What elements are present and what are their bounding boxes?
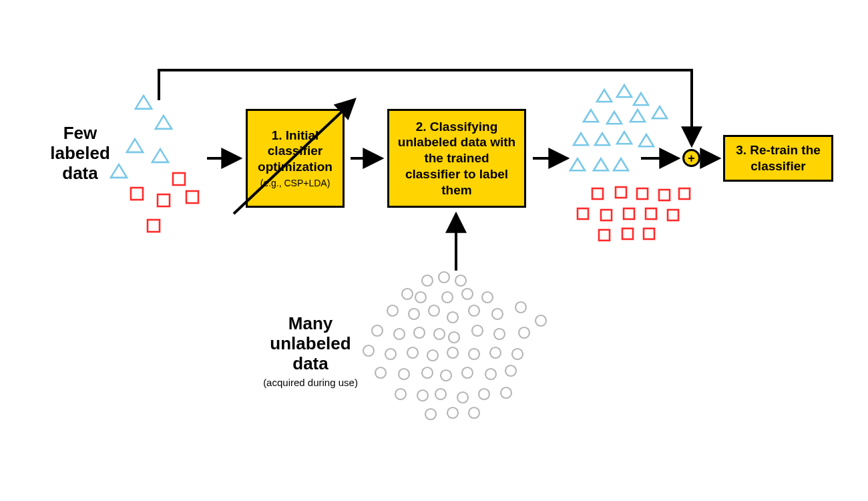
circle-icon [422, 367, 433, 378]
plus-node: + [682, 149, 700, 167]
square-icon [592, 188, 603, 199]
label-many-unlabeled-data: Many unlabeled data (acquired during use… [254, 314, 367, 388]
triangle-icon [614, 158, 628, 170]
diagram-stage: Few labeled data 1. Initial classifier o… [0, 0, 868, 501]
label-few-line2: labeled [50, 143, 110, 163]
box-retrain-classifier: 3. Re-train the classifier [723, 135, 833, 182]
square-icon [131, 188, 143, 200]
box1-title: 1. Initial classifier optimization [254, 128, 336, 175]
circle-icon [394, 329, 405, 339]
box3-title: 3. Re-train the classifier [732, 142, 825, 174]
square-icon [659, 190, 670, 200]
circle-icon [469, 305, 479, 316]
triangle-icon [584, 110, 598, 122]
triangle-icon [639, 134, 654, 146]
circle-icon [387, 305, 398, 316]
triangle-icon [156, 116, 172, 129]
circle-icon [399, 369, 409, 379]
triangle-icon [617, 132, 632, 144]
square-icon [599, 230, 610, 240]
circle-icon [505, 365, 516, 376]
triangle-icon [570, 158, 585, 170]
circle-icon [409, 309, 419, 319]
circle-icon [482, 292, 493, 303]
circle-icon [469, 349, 479, 359]
circle-icon [535, 315, 546, 326]
square-icon [624, 208, 634, 219]
circle-icon [395, 389, 406, 399]
circle-icon [447, 407, 458, 418]
circle-icon [427, 350, 438, 361]
box1-sub: (e.g., CSP+LDA) [260, 178, 331, 190]
circle-icon [469, 407, 479, 418]
scatter-few-squares [131, 173, 198, 232]
circle-icon [385, 349, 396, 359]
square-icon [644, 228, 654, 239]
box-classify-unlabeled: 2. Classifying unlabeled data with the t… [387, 109, 526, 208]
square-icon [637, 188, 648, 199]
label-many-line1: Many [288, 313, 333, 333]
square-icon [679, 188, 690, 199]
circle-icon [479, 389, 489, 399]
square-icon [668, 210, 678, 220]
scatter-many-triangles [570, 85, 667, 170]
square-icon [622, 228, 633, 239]
circle-icon [414, 327, 425, 338]
triangle-icon [595, 133, 610, 145]
circle-icon [375, 367, 386, 378]
circle-icon [415, 292, 426, 303]
label-many-sub: (acquired during use) [254, 377, 367, 388]
triangle-icon [574, 133, 588, 145]
triangle-icon [127, 139, 143, 152]
circle-icon [442, 292, 453, 303]
triangle-icon [597, 90, 612, 102]
triangle-icon [152, 149, 168, 162]
circle-icon [372, 325, 383, 336]
square-icon [616, 187, 626, 198]
svg-overlay [0, 0, 868, 501]
circle-icon [425, 409, 436, 420]
circle-icon [449, 332, 459, 343]
square-icon [173, 173, 185, 185]
circle-icon [447, 312, 458, 323]
square-icon [158, 194, 170, 206]
circle-icon [512, 349, 523, 359]
circle-icon [402, 289, 413, 299]
circle-icon [439, 272, 449, 283]
circle-icon [407, 347, 418, 358]
circle-icon [441, 370, 451, 381]
circle-icon [422, 275, 433, 286]
plus-icon: + [688, 152, 695, 164]
circle-icon [501, 387, 511, 398]
square-icon [148, 220, 160, 232]
square-icon [186, 191, 198, 203]
circle-icon [457, 392, 468, 403]
circle-icon [515, 302, 526, 313]
scatter-many-squares [578, 187, 690, 240]
circle-icon [494, 329, 505, 339]
circle-icon [492, 309, 503, 319]
box2-title: 2. Classifying unlabeled data with the t… [396, 119, 517, 198]
triangle-icon [136, 96, 152, 109]
square-icon [578, 208, 588, 219]
square-icon [646, 208, 656, 219]
circle-icon [519, 327, 529, 338]
square-icon [601, 210, 612, 220]
label-few-line1: Few [63, 123, 97, 143]
label-many-line3: data [292, 353, 328, 373]
triangle-icon [617, 85, 632, 97]
circle-icon [462, 289, 473, 299]
circle-icon [490, 347, 501, 358]
circle-icon [434, 329, 445, 339]
circle-icon [472, 325, 483, 336]
circle-icon [462, 367, 473, 378]
triangle-icon [607, 112, 622, 124]
box-initial-classifier: 1. Initial classifier optimization (e.g.… [246, 109, 345, 208]
circle-icon [485, 369, 496, 379]
label-few-labeled-data: Few labeled data [37, 124, 124, 184]
label-many-line2: unlabeled [270, 333, 351, 353]
label-few-line3: data [62, 163, 97, 183]
circle-icon [455, 275, 466, 286]
triangle-icon [634, 93, 648, 105]
triangle-icon [630, 110, 645, 122]
